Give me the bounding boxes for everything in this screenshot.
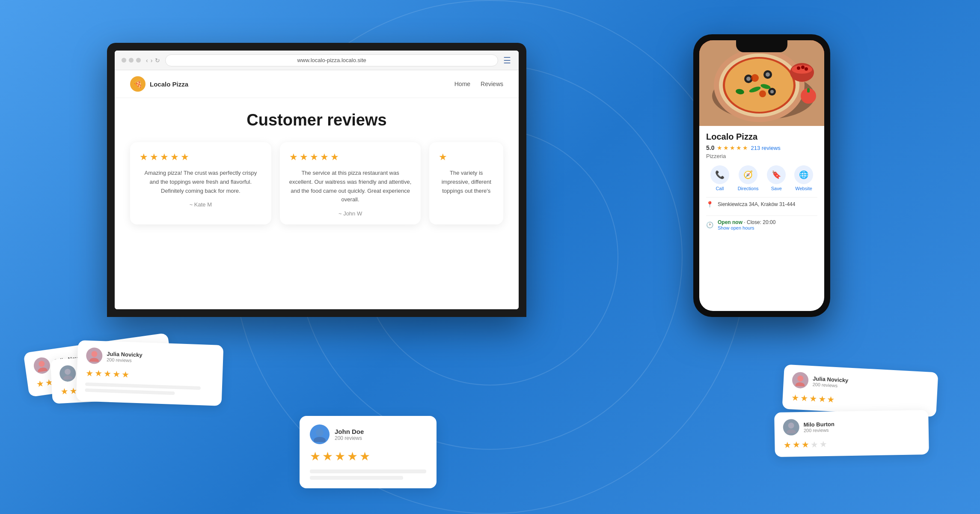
rcstar-4: ★ — [818, 394, 826, 404]
directions-label: Directions — [738, 186, 759, 191]
phone-review-count[interactable]: 213 reviews — [751, 145, 780, 151]
reviews-title: Customer reviews — [130, 111, 503, 129]
review-card-3: ★ The variety is impressive, different t… — [429, 142, 503, 224]
forward-icon[interactable]: › — [151, 57, 153, 64]
browser-dot-2 — [129, 58, 134, 63]
svg-point-27 — [63, 375, 73, 380]
save-icon[interactable]: 🔖 — [767, 165, 786, 184]
cc-reviews: 200 reviews — [335, 435, 364, 441]
star-2: ★ — [150, 152, 158, 163]
cc-lines — [310, 469, 426, 480]
fstar-1: ★ — [85, 368, 93, 379]
fc-avatar-3 — [86, 347, 103, 364]
rc-stars-1: ★ ★ ★ ★ ★ — [791, 392, 928, 410]
pstar-5: ★ — [742, 144, 748, 151]
website-icon[interactable]: 🌐 — [794, 165, 813, 184]
svg-point-20 — [805, 67, 808, 71]
fc-avatar-2 — [59, 365, 76, 382]
laptop-frame: ‹ › ↻ www.localo-pizza.localo.site ☰ 🍕 L — [107, 43, 526, 317]
right-card-2: Milo Burton 200 reviews ★ ★ ★ ★ ★ — [774, 410, 929, 457]
phone-action-website[interactable]: 🌐 Website — [794, 165, 813, 191]
rc-user-1: Julia Novicky 200 reviews — [792, 372, 930, 395]
floating-cards-area: Julia Novicky 200 reviews ★ ★ ★ ★ ★ — [26, 343, 248, 480]
star-5: ★ — [181, 152, 189, 163]
phone-hours-info: Open now · Close: 20:00 Show open hours — [718, 219, 775, 230]
rc-avatar-2 — [783, 419, 799, 436]
reviewer-1: ~ Kate M — [140, 201, 262, 208]
refresh-icon[interactable]: ↻ — [155, 57, 160, 64]
cc-stars: ★ ★ ★ ★ ★ — [310, 449, 426, 463]
ccstar-4: ★ — [347, 449, 358, 463]
phone-action-call[interactable]: 📞 Call — [710, 165, 729, 191]
cc-avatar — [310, 424, 330, 444]
cc-name: John Doe — [335, 428, 364, 435]
svg-point-14 — [751, 74, 759, 82]
svg-point-15 — [759, 90, 766, 97]
right-cards-area: Julia Novicky 200 reviews ★ ★ ★ ★ ★ — [775, 368, 946, 488]
reviewer-2: ~ John W — [289, 210, 412, 217]
url-text: www.localo-pizza.localo.site — [297, 57, 366, 63]
reviews-section: Customer reviews ★ ★ ★ ★ ★ Amaz — [115, 98, 519, 233]
rcstar-2: ★ — [792, 439, 800, 450]
logo-text: Localo Pizza — [150, 81, 188, 88]
float-card-3: Julia Novicky 200 reviews ★ ★ ★ ★ ★ — [76, 340, 224, 406]
cc-line-2 — [310, 476, 403, 480]
fc-user-3: Julia Novicky 200 reviews — [86, 347, 215, 368]
pstar-2: ★ — [723, 144, 729, 151]
pizza-visual — [699, 40, 824, 126]
nav-home[interactable]: Home — [454, 81, 470, 87]
star-1: ★ — [439, 152, 447, 163]
close-time-text: Close: 20:00 — [747, 219, 775, 225]
site-navigation: 🍕 Localo Pizza Home Reviews — [115, 70, 519, 98]
browser-nav[interactable]: ‹ › ↻ — [146, 57, 160, 64]
center-review-card: John Doe 200 reviews ★ ★ ★ ★ ★ — [300, 416, 437, 488]
rc-user-info-2: Milo Burton 200 reviews — [803, 421, 834, 433]
rcstar-1: ★ — [783, 439, 791, 450]
ccstar-5: ★ — [359, 449, 370, 463]
svg-point-25 — [38, 367, 48, 372]
cc-user: John Doe 200 reviews — [310, 424, 426, 444]
phone-hours-row: 🕐 Open now · Close: 20:00 Show open hour… — [706, 215, 817, 234]
star-1: ★ — [289, 152, 298, 163]
fc-user-info-3: Julia Novicky 200 reviews — [107, 350, 143, 363]
review-card-2: ★ ★ ★ ★ ★ The service at this pizza rest… — [280, 142, 421, 224]
website-content: 🍕 Localo Pizza Home Reviews Customer rev… — [115, 70, 519, 309]
svg-point-7 — [746, 77, 751, 81]
fstar-3: ★ — [103, 368, 111, 379]
cc-user-info: John Doe 200 reviews — [335, 428, 364, 441]
fc-avatar-1 — [33, 356, 51, 375]
star-4: ★ — [170, 152, 179, 163]
browser-menu-icon[interactable]: ☰ — [503, 55, 512, 66]
phone-frame: Localo Pizza 5.0 ★ ★ ★ ★ ★ 213 reviews P… — [693, 34, 830, 317]
svg-point-30 — [316, 429, 324, 436]
rc-name-2: Milo Burton — [803, 421, 834, 427]
call-icon[interactable]: 📞 — [710, 165, 729, 184]
show-hours-link[interactable]: Show open hours — [718, 225, 775, 230]
pstar-3: ★ — [730, 144, 735, 151]
save-label: Save — [771, 186, 782, 191]
phone-action-directions[interactable]: 🧭 Directions — [738, 165, 759, 191]
rc-user-2: Milo Burton 200 reviews — [783, 417, 920, 436]
ccstar-1: ★ — [310, 449, 321, 463]
svg-point-31 — [314, 437, 326, 442]
svg-point-28 — [91, 351, 97, 357]
phone-screen: Localo Pizza 5.0 ★ ★ ★ ★ ★ 213 reviews P… — [699, 40, 824, 311]
svg-point-9 — [766, 72, 770, 77]
fstar-1: ★ — [60, 386, 68, 397]
nav-reviews[interactable]: Reviews — [481, 81, 503, 87]
fstar-4: ★ — [112, 369, 120, 380]
review-cards-list: ★ ★ ★ ★ ★ Amazing pizza! The crust was p… — [130, 142, 503, 224]
svg-rect-23 — [807, 88, 810, 93]
browser-url-bar[interactable]: www.localo-pizza.localo.site — [165, 54, 498, 66]
cc-line-1 — [310, 469, 426, 473]
rc-stars-2: ★ ★ ★ ★ ★ — [783, 437, 920, 450]
back-icon[interactable]: ‹ — [146, 57, 148, 64]
phone-action-save[interactable]: 🔖 Save — [767, 165, 786, 191]
fstar-2: ★ — [94, 368, 102, 379]
laptop-screen: ‹ › ↻ www.localo-pizza.localo.site ☰ 🍕 L — [115, 51, 519, 309]
star-2: ★ — [300, 152, 308, 163]
phone-actions: 📞 Call 🧭 Directions 🔖 Save 🌐 — [706, 165, 817, 191]
phone-business-name: Localo Pizza — [706, 132, 817, 142]
directions-icon[interactable]: 🧭 — [739, 165, 757, 184]
review-stars-3: ★ — [439, 152, 494, 163]
